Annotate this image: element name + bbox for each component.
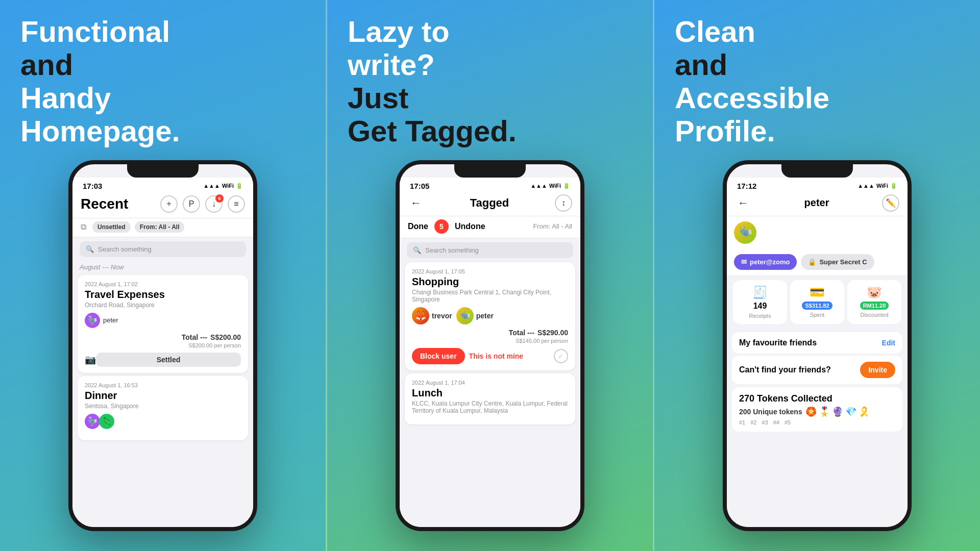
phone-1-screen: Recent ＋ P ↓6 ≡ ⧉ Unsettled From: All - … bbox=[72, 190, 253, 527]
secret-pill-text: Super Secret C bbox=[819, 258, 867, 266]
back-button-2[interactable]: ← bbox=[408, 195, 424, 211]
filter-row: ⧉ Unsettled From: All - All bbox=[72, 218, 253, 237]
email-icon: ✉ bbox=[741, 258, 747, 266]
profile-pills: ✉ peter@zomo 🔒 Super Secret C bbox=[727, 249, 908, 275]
filter-unsettled[interactable]: Unsettled bbox=[92, 221, 131, 233]
action-row-1: Block user This is not mine ✓ bbox=[412, 348, 568, 364]
receipt-loc-2: Sentosa, Singapore bbox=[85, 403, 241, 410]
spent-label: Spent bbox=[810, 312, 825, 318]
spent-badge: S$311.82 bbox=[802, 302, 832, 310]
add-icon[interactable]: ＋ bbox=[160, 195, 178, 213]
phone-1-search-bar[interactable]: 🔍 Search something bbox=[80, 241, 246, 257]
panel-profile: Clean and Accessible Profile. 17:12 ▲▲▲ … bbox=[654, 0, 980, 551]
notification-icon[interactable]: ↓6 bbox=[205, 195, 223, 213]
panel-functional: Functional and Handy Homepage. 17:03 ▲▲▲… bbox=[0, 0, 326, 551]
avatar-trevor: 🦊 bbox=[412, 307, 429, 324]
camera-icon[interactable]: 📷 bbox=[85, 354, 96, 365]
secret-pill[interactable]: 🔒 Super Secret C bbox=[801, 254, 874, 270]
block-user-button[interactable]: Block user bbox=[412, 348, 465, 364]
email-pill-text: peter@zomo bbox=[750, 258, 790, 266]
favourite-friends-section: My favourite friends Edit bbox=[732, 332, 902, 354]
recent-title: Recent bbox=[81, 196, 128, 212]
receipts-label: Receipts bbox=[749, 313, 771, 319]
tab-from[interactable]: From: All - All bbox=[533, 222, 572, 230]
heading-handy: Handy bbox=[20, 81, 111, 114]
person-trevor: 🦊 trevor bbox=[412, 307, 452, 324]
heading-clean: Clean bbox=[675, 15, 755, 48]
receipt-date-2: 2022 August 1, 16:53 bbox=[85, 382, 241, 388]
heading-homepage: Homepage. bbox=[20, 114, 180, 147]
phone-3-header: ← peter ✏️ bbox=[727, 190, 908, 216]
status-icons-2: ▲▲▲ WiFi 🔋 bbox=[530, 183, 570, 189]
receipt-total-1: Total --- S$200.00 bbox=[85, 333, 241, 341]
wifi-icon-3: WiFi bbox=[876, 183, 888, 189]
tagged-date-2: 2022 August 1, 17:04 bbox=[412, 380, 568, 386]
battery-icon: 🔋 bbox=[236, 183, 243, 189]
check-button[interactable]: ✓ bbox=[554, 349, 568, 363]
rank-5: #5 bbox=[785, 419, 791, 425]
signal-icon-2: ▲▲▲ bbox=[530, 183, 547, 189]
profile-username: peter bbox=[804, 197, 829, 209]
token-5: 🎗️ bbox=[859, 406, 870, 417]
panel-1-heading: Functional and Handy Homepage. bbox=[20, 15, 305, 148]
tagged-card-shopping: 2022 August 1, 17:05 Shopping Changi Bus… bbox=[405, 262, 575, 370]
receipt-avatar-row-2: 🦤 🦎 bbox=[85, 414, 241, 429]
profile-avatar: 🦤 bbox=[734, 221, 756, 244]
tagged-name-1: Shopping bbox=[412, 276, 568, 288]
filter-from[interactable]: From: All - All bbox=[135, 221, 185, 233]
email-pill[interactable]: ✉ peter@zomo bbox=[734, 254, 797, 270]
rank-4: #4 bbox=[773, 419, 779, 425]
tab-undone[interactable]: Undone bbox=[455, 222, 485, 231]
edit-friends-link[interactable]: Edit bbox=[882, 339, 895, 347]
edit-icon[interactable]: ✏️ bbox=[882, 194, 899, 212]
per-person-t1: S$145.00 per person bbox=[412, 338, 568, 344]
undone-badge: 5 bbox=[434, 219, 449, 234]
sort-icon[interactable]: ↕ bbox=[555, 194, 572, 212]
not-mine-button[interactable]: This is not mine bbox=[469, 352, 524, 360]
receipt-date-1: 2022 August 1, 17:02 bbox=[85, 281, 241, 287]
signal-icon-3: ▲▲▲ bbox=[857, 183, 874, 189]
phone-2-search-bar[interactable]: 🔍 Search something bbox=[407, 242, 573, 258]
status-time-3: 17:12 bbox=[737, 182, 756, 190]
tabs-row: Done 5 Undone From: All - All bbox=[400, 216, 580, 238]
receipts-icon: 🧾 bbox=[752, 285, 768, 299]
panel-3-heading: Clean and Accessible Profile. bbox=[675, 15, 960, 148]
avatar-peter-2: 🦤 bbox=[85, 414, 100, 429]
notification-badge: 6 bbox=[215, 194, 224, 203]
menu-icon[interactable]: ≡ bbox=[228, 195, 245, 213]
phone-1-header-icons: ＋ P ↓6 ≡ bbox=[160, 195, 245, 213]
status-bar-1: 17:03 ▲▲▲ WiFi 🔋 bbox=[72, 178, 253, 190]
copy-icon: ⧉ bbox=[81, 222, 86, 232]
invite-button[interactable]: Invite bbox=[860, 362, 895, 378]
total-value-t1: S$290.00 bbox=[537, 329, 568, 337]
receipt-name-2: Dinner bbox=[85, 390, 241, 402]
tagged-loc-1: Changi Business Park Central 1, Changi C… bbox=[412, 289, 568, 303]
cant-find-section: Can't find your friends? Invite bbox=[732, 356, 902, 384]
phone-notch-3 bbox=[781, 164, 853, 178]
search-icon-2: 🔍 bbox=[413, 246, 421, 254]
phone-1-header: Recent ＋ P ↓6 ≡ bbox=[72, 190, 253, 218]
settled-button[interactable]: Settled bbox=[96, 353, 241, 367]
token-emojis: 🏵️ 🎖️ 🔮 💎 🎗️ bbox=[805, 406, 870, 417]
token-1: 🏵️ bbox=[805, 406, 817, 417]
tab-done[interactable]: Done bbox=[408, 222, 428, 231]
receipt-avatar-row-1: 🦤 peter bbox=[85, 313, 241, 328]
total-label-1: Total --- bbox=[182, 333, 207, 341]
phone-1: 17:03 ▲▲▲ WiFi 🔋 Recent ＋ P ↓6 ≡ ⧉ bbox=[68, 160, 257, 531]
park-icon[interactable]: P bbox=[183, 195, 200, 213]
phone-notch-2 bbox=[454, 164, 526, 178]
discounted-badge: RM11.20 bbox=[860, 302, 889, 310]
token-3: 🔮 bbox=[832, 406, 843, 417]
back-button-3[interactable]: ← bbox=[735, 195, 751, 211]
cant-find-row: Can't find your friends? Invite bbox=[739, 362, 895, 378]
heading-get-tagged: Get Tagged. bbox=[348, 114, 517, 147]
heading-profile: Profile. bbox=[675, 114, 775, 147]
tagged-title: Tagged bbox=[470, 196, 509, 210]
heading-lazy: Lazy to bbox=[348, 15, 450, 48]
phone-notch-1 bbox=[127, 164, 199, 178]
tagged-people-1: 🦊 trevor 🦤 peter bbox=[412, 307, 568, 324]
token-2: 🎖️ bbox=[819, 406, 830, 417]
phone-3-screen: ← peter ✏️ 🦤 ✉ peter@zomo 🔒 Super Secret… bbox=[727, 190, 908, 527]
receipts-count: 149 bbox=[753, 302, 767, 311]
rank-2: #2 bbox=[750, 419, 756, 425]
